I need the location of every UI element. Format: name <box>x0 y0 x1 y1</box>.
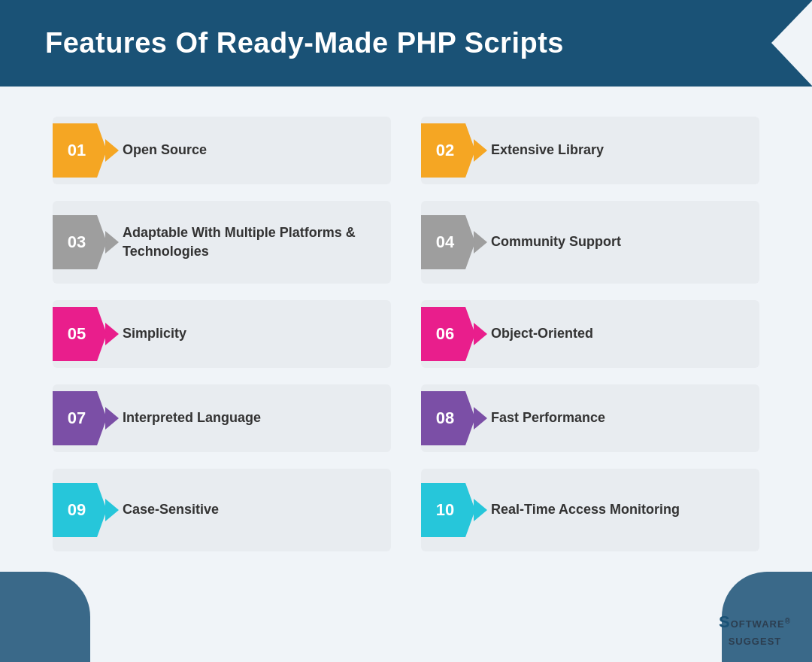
chevron-05 <box>105 323 119 345</box>
feature-label-02: Extensive Library <box>485 129 617 171</box>
feature-label-03: Adaptable With Multiple Platforms & Tech… <box>117 212 391 272</box>
feature-item-06: 06Object-Oriented <box>421 300 759 368</box>
badge-number-10: 10 <box>436 500 460 520</box>
features-grid: 01Open Source02Extensive Library03Adapta… <box>0 87 812 582</box>
chevron-03 <box>105 231 119 254</box>
feature-item-09: 09Case-Sensitive <box>53 469 391 551</box>
feature-item-02: 02Extensive Library <box>421 117 759 184</box>
badge-number-06: 06 <box>436 324 460 344</box>
feature-label-07: Interpreted Language <box>117 397 274 439</box>
chevron-10 <box>474 499 487 521</box>
chevron-08 <box>474 407 487 430</box>
feature-item-03: 03Adaptable With Multiple Platforms & Te… <box>53 201 391 284</box>
badge-wrapper-05: 05 <box>53 300 117 368</box>
chevron-07 <box>105 407 119 430</box>
badge-wrapper-01: 01 <box>53 117 117 184</box>
badge-wrapper-06: 06 <box>421 300 485 368</box>
feature-label-09: Case-Sensitive <box>117 489 232 530</box>
badge-10: 10 <box>421 483 475 537</box>
badge-wrapper-10: 10 <box>421 469 485 551</box>
bg-corner-bottom-left <box>0 572 90 662</box>
badge-wrapper-04: 04 <box>421 201 485 284</box>
chevron-02 <box>474 139 487 162</box>
badge-number-04: 04 <box>436 232 460 252</box>
badge-wrapper-08: 08 <box>421 384 485 452</box>
brand-s: S <box>719 612 731 631</box>
badge-wrapper-07: 07 <box>53 384 117 452</box>
badge-number-07: 07 <box>68 408 92 428</box>
feature-item-04: 04Community Support <box>421 201 759 284</box>
badge-03: 03 <box>53 215 107 269</box>
chevron-09 <box>105 499 119 521</box>
badge-number-09: 09 <box>68 500 92 520</box>
brand-line1: oftware <box>731 618 785 630</box>
feature-item-01: 01Open Source <box>53 117 391 184</box>
feature-label-04: Community Support <box>485 221 635 263</box>
feature-label-10: Real-Time Access Monitoring <box>485 489 693 530</box>
chevron-06 <box>474 323 487 345</box>
badge-number-05: 05 <box>68 324 92 344</box>
feature-label-08: Fast Performance <box>485 397 619 439</box>
brand-line2: Suggest <box>729 636 782 647</box>
feature-item-10: 10Real-Time Access Monitoring <box>421 469 759 551</box>
badge-08: 08 <box>421 391 475 445</box>
chevron-01 <box>105 139 119 162</box>
brand-reg: ® <box>785 616 791 624</box>
header: Features Of Ready-Made PHP Scripts <box>0 0 812 87</box>
feature-label-05: Simplicity <box>117 313 200 354</box>
feature-label-01: Open Source <box>117 129 220 171</box>
feature-item-08: 08Fast Performance <box>421 384 759 452</box>
badge-01: 01 <box>53 123 107 178</box>
page-title: Features Of Ready-Made PHP Scripts <box>45 27 564 59</box>
badge-09: 09 <box>53 483 107 537</box>
badge-number-02: 02 <box>436 141 460 160</box>
branding: Software® Suggest <box>719 609 791 649</box>
badge-number-01: 01 <box>68 141 92 160</box>
badge-04: 04 <box>421 215 475 269</box>
badge-wrapper-03: 03 <box>53 201 117 284</box>
badge-02: 02 <box>421 123 475 178</box>
badge-number-03: 03 <box>68 232 92 252</box>
feature-item-07: 07Interpreted Language <box>53 384 391 452</box>
badge-wrapper-02: 02 <box>421 117 485 184</box>
badge-06: 06 <box>421 307 475 361</box>
feature-item-05: 05Simplicity <box>53 300 391 368</box>
badge-05: 05 <box>53 307 107 361</box>
badge-07: 07 <box>53 391 107 445</box>
badge-wrapper-09: 09 <box>53 476 117 544</box>
badge-number-08: 08 <box>436 408 460 428</box>
chevron-04 <box>474 231 487 254</box>
feature-label-06: Object-Oriented <box>485 313 607 354</box>
